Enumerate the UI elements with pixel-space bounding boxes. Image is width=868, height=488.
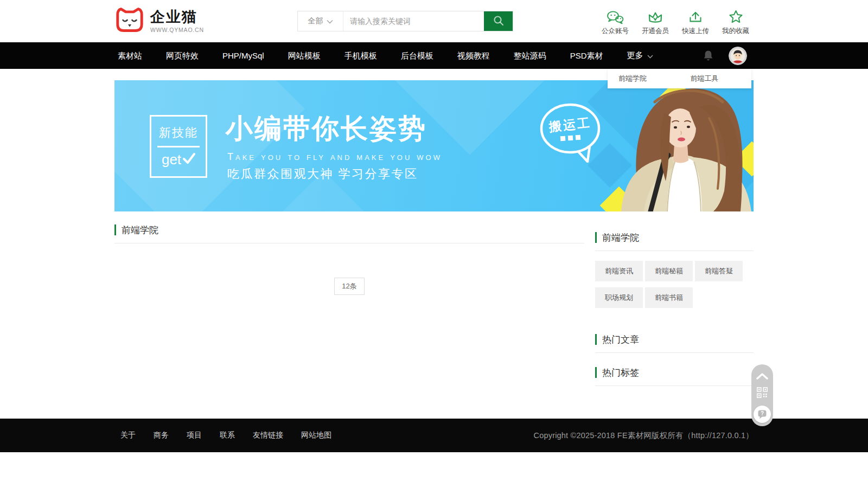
help-button[interactable]: ? [754,406,771,423]
qr-code-icon [757,387,768,398]
chevron-down-icon [327,17,333,25]
section-divider [114,243,584,243]
footer-link[interactable]: 商务 [154,431,169,440]
dropdown-item-frontend-tools[interactable]: 前端工具 [680,69,752,88]
sidebar-title-text: 热门文章 [602,333,639,346]
section-divider [595,352,754,353]
sidebar-title-hot-articles: 热门文章 [595,333,754,346]
search-category-label: 全部 [308,16,323,26]
nav-item[interactable]: PSD素材 [558,42,615,69]
tag-chip[interactable]: 职场规划 [595,287,643,308]
promo-banner[interactable]: 新技能 get 小编带你长姿势 Take you to fly and make… [114,80,754,211]
copyright-text: Copyright ©2025-2018 FE素材网版权所有（http://12… [533,431,754,441]
quick-upload-label: 快速上传 [678,27,713,36]
sidebar: 前端学院 前端资讯 前端秘籍 前端答疑 职场规划 前端书籍 热门文章 热门标签 [595,223,754,386]
public-account-button[interactable]: 公众账号 [597,7,633,36]
banner-tagline: 吃瓜群众围观大神 学习分享专区 [227,166,418,182]
section-title-text: 前端学院 [122,224,158,236]
sidebar-title-frontend-academy: 前端学院 [595,231,754,244]
nav-item[interactable]: 后台模板 [389,42,445,69]
footer-link[interactable]: 友情链接 [253,431,283,440]
star-icon [718,7,754,24]
nav-item[interactable]: 视频教程 [445,42,502,69]
question-bubble-icon: ? [757,409,767,419]
quick-upload-button[interactable]: 快速上传 [678,7,713,36]
footer-link[interactable]: 联系 [220,431,235,440]
qr-code-button[interactable] [757,387,768,398]
nav-more-label: 更多 [627,50,643,61]
site-footer: 关于 商务 项目 联系 友情链接 网站地图 Copyright ©2025-20… [0,419,868,452]
nav-item[interactable]: 素材站 [114,42,154,69]
pagination: 12条 [114,278,584,295]
total-count-badge: 12条 [334,278,364,295]
footer-link[interactable]: 网站地图 [301,431,331,440]
banner-badge-divider [157,146,200,147]
banner-subtitle: Take you to fly and make you wow [227,151,442,163]
chevron-up-icon [756,373,768,380]
article-list-panel: 前端学院 12条 [114,223,584,295]
tag-chip[interactable]: 前端资讯 [595,261,643,281]
public-account-label: 公众账号 [597,27,633,36]
site-logo[interactable]: 企业猫 WWW.QYMAO.CN [114,7,204,35]
open-membership-button[interactable]: 开通会员 [637,7,673,36]
my-favorites-label: 我的收藏 [718,27,754,36]
search-icon [493,15,505,28]
search-box: 全部 [297,11,513,31]
category-tag-list: 前端资讯 前端秘籍 前端答疑 职场规划 前端书籍 [595,261,754,308]
help-question-mark: ? [761,410,764,416]
tag-chip[interactable]: 前端书籍 [645,287,693,308]
notifications-bell-icon[interactable] [703,50,713,62]
crown-icon [637,7,673,24]
floating-toolbar: ? [751,364,773,426]
upload-icon [678,7,713,24]
banner-badge-bottom: get [162,151,181,168]
more-dropdown-menu: 前端学院 前端工具 [608,69,751,88]
cat-logo-icon [114,7,145,35]
footer-link[interactable]: 项目 [187,431,202,440]
dropdown-item-frontend-academy[interactable]: 前端学院 [608,69,680,88]
nav-more-button[interactable]: 更多 [615,42,658,69]
logo-subtitle: WWW.QYMAO.CN [150,27,204,33]
logo-title: 企业猫 [150,9,204,25]
banner-model-photo [617,80,754,211]
my-favorites-button[interactable]: 我的收藏 [718,7,754,36]
wechat-icon [597,7,633,24]
footer-links: 关于 商务 项目 联系 友情链接 网站地图 [114,431,331,440]
banner-badge-top: 新技能 [159,125,198,141]
open-membership-label: 开通会员 [637,27,673,36]
section-divider [595,251,754,251]
search-button[interactable] [484,11,513,31]
footer-link[interactable]: 关于 [120,431,136,440]
banner-title: 小编带你长姿势 [226,111,427,147]
nav-item[interactable]: 整站源码 [502,42,558,69]
banner-speech-bubble: 搬运工 [539,102,605,165]
nav-item[interactable]: 网页特效 [154,42,210,69]
nav-item[interactable]: 网站模板 [276,42,333,69]
check-icon [182,151,195,168]
site-header: 企业猫 WWW.QYMAO.CN 全部 [0,0,868,42]
banner-badge: 新技能 get [150,115,207,178]
section-divider [595,386,754,386]
main-content: 前端学院 12条 前端学院 前端资讯 前端秘籍 前端答疑 职场规划 前端书籍 热… [114,223,754,386]
main-nav: 素材站 网页特效 PHP/MySql 网站模板 手机模板 后台模板 视频教程 整… [0,42,868,69]
back-to-top-button[interactable] [756,373,768,380]
tag-chip[interactable]: 前端答疑 [695,261,743,281]
nav-item[interactable]: 手机模板 [333,42,389,69]
sidebar-title-hot-tags: 热门标签 [595,366,754,379]
chevron-down-icon [647,51,653,60]
search-category-select[interactable]: 全部 [298,11,343,31]
sidebar-title-text: 热门标签 [602,367,639,379]
header-actions: 公众账号 开通会员 快 [597,7,754,36]
nav-item[interactable]: PHP/MySql [210,42,276,69]
section-title-frontend-academy: 前端学院 [114,223,584,236]
search-input[interactable] [343,11,484,31]
sidebar-title-text: 前端学院 [602,232,639,244]
user-avatar[interactable] [729,47,747,65]
tag-chip[interactable]: 前端秘籍 [645,261,693,281]
